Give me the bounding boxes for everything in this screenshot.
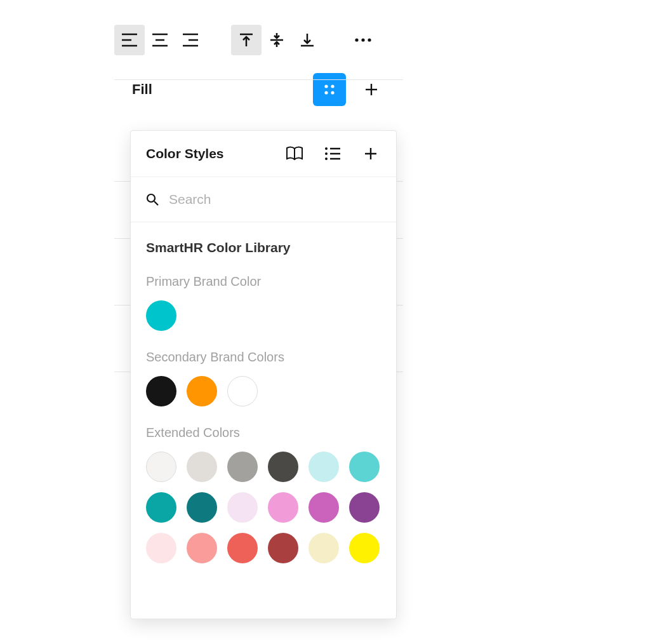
book-icon xyxy=(286,146,303,161)
svg-point-20 xyxy=(331,84,334,88)
list-view-button[interactable] xyxy=(322,144,343,164)
color-swatch-pink-10[interactable] xyxy=(227,492,258,523)
svg-point-17 xyxy=(361,38,364,41)
list-icon xyxy=(324,147,341,161)
create-style-button[interactable] xyxy=(361,144,381,164)
svg-point-19 xyxy=(324,84,328,88)
color-swatch-teal-60[interactable] xyxy=(146,492,176,523)
search-row xyxy=(131,177,396,222)
text-align-group xyxy=(114,25,206,55)
vertical-align-middle-icon xyxy=(269,32,284,48)
color-group-label: Secondary Brand Colors xyxy=(146,350,381,365)
swatch-row xyxy=(146,376,381,406)
plus-icon xyxy=(363,146,378,161)
text-align-right-button[interactable] xyxy=(175,25,206,55)
more-options-button[interactable] xyxy=(348,25,378,55)
vertical-align-middle-button[interactable] xyxy=(262,25,292,55)
color-swatch-grey-05[interactable] xyxy=(146,452,176,482)
color-swatch-pink-40[interactable] xyxy=(268,492,298,523)
text-align-left-icon xyxy=(121,33,138,47)
text-align-center-icon xyxy=(152,33,168,47)
color-swatch-white[interactable] xyxy=(227,376,258,406)
color-swatch-grey-40[interactable] xyxy=(227,452,258,482)
popover-header: Color Styles xyxy=(131,131,396,177)
svg-point-26 xyxy=(325,147,328,150)
svg-point-22 xyxy=(331,91,334,94)
color-swatch-orange[interactable] xyxy=(187,376,217,406)
color-group-label: Extended Colors xyxy=(146,426,381,440)
svg-point-30 xyxy=(325,158,328,160)
library-book-button[interactable] xyxy=(284,144,305,164)
popover-title: Color Styles xyxy=(146,146,224,161)
svg-point-18 xyxy=(368,38,371,41)
color-swatch-teal-20[interactable] xyxy=(308,452,339,482)
color-swatch-black[interactable] xyxy=(146,376,176,406)
svg-line-35 xyxy=(154,201,158,205)
color-swatch-grey-10[interactable] xyxy=(187,452,217,482)
more-dots-icon xyxy=(354,37,372,43)
popover-body: SmartHR Color Library Primary Brand Colo… xyxy=(131,222,396,589)
svg-point-21 xyxy=(324,91,328,94)
color-swatch-yellow-60[interactable] xyxy=(349,533,380,563)
vertical-align-group xyxy=(231,25,322,55)
color-swatch-purple-80[interactable] xyxy=(349,492,380,523)
color-swatch-magenta-60[interactable] xyxy=(308,492,339,523)
search-input[interactable] xyxy=(168,191,381,208)
fill-label: Fill xyxy=(132,81,152,98)
vertical-align-bottom-icon xyxy=(300,32,315,48)
vertical-align-top-icon xyxy=(239,32,254,48)
text-align-center-button[interactable] xyxy=(145,25,175,55)
color-swatch-teal-80[interactable] xyxy=(187,492,217,523)
library-title: SmartHR Color Library xyxy=(146,240,381,255)
svg-point-28 xyxy=(325,152,328,155)
color-swatch-red-10[interactable] xyxy=(146,533,176,563)
add-fill-button[interactable] xyxy=(357,76,385,104)
color-swatch-red-50[interactable] xyxy=(227,533,258,563)
color-swatch-grey-80[interactable] xyxy=(268,452,298,482)
color-swatch-teal-40[interactable] xyxy=(349,452,380,482)
search-icon xyxy=(146,193,159,206)
swatch-row xyxy=(146,300,381,331)
svg-point-16 xyxy=(355,38,358,41)
text-align-left-button[interactable] xyxy=(114,25,145,55)
text-align-right-icon xyxy=(182,33,199,47)
color-styles-popover: Color Styles xyxy=(130,130,397,619)
vertical-align-bottom-button[interactable] xyxy=(292,25,322,55)
text-toolbar xyxy=(114,22,403,58)
swatch-row xyxy=(146,452,381,563)
apply-styles-button[interactable] xyxy=(313,73,346,106)
color-swatch-yellow-20[interactable] xyxy=(308,533,339,563)
color-swatch-primary-teal[interactable] xyxy=(146,300,176,331)
svg-point-34 xyxy=(147,194,155,202)
color-group-label: Primary Brand Color xyxy=(146,274,381,289)
vertical-align-top-button[interactable] xyxy=(231,25,262,55)
four-dots-icon xyxy=(322,83,336,97)
fill-section-header: Fill xyxy=(114,68,403,111)
color-swatch-red-30[interactable] xyxy=(187,533,217,563)
plus-icon xyxy=(364,82,379,97)
color-swatch-red-80[interactable] xyxy=(268,533,298,563)
